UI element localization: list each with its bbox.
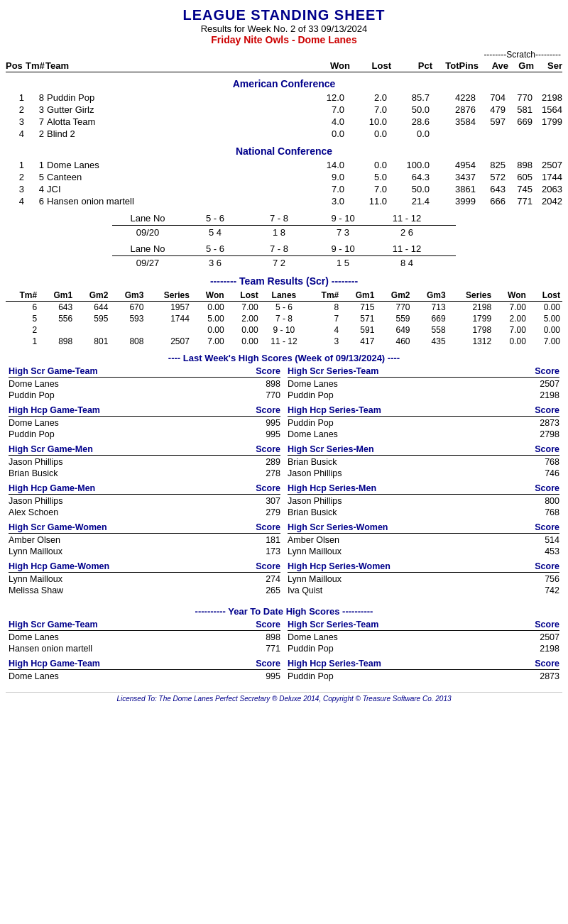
team-lost: 5.0 — [344, 172, 387, 182]
lane-col: 9 - 10 — [311, 243, 375, 254]
team-name: Canteen — [47, 172, 302, 182]
hs-score: 453 — [524, 546, 559, 556]
team-row: 4 2 Blind 2 0.0 0.0 0.0 — [6, 128, 562, 140]
hs-score: 898 — [245, 632, 280, 642]
team-pos: 1 — [6, 160, 27, 170]
hs-entry: Hansen onion martell 771 — [9, 643, 280, 654]
american-conference-title: American Conference — [6, 78, 562, 89]
results-row: 5 556 595 593 1744 5.00 2.00 7 - 8 7 571… — [6, 313, 562, 324]
team-row: 3 7 Alotta Team 4.0 10.0 28.6 3584 597 6… — [6, 116, 562, 128]
hs-entry: Dome Lanes 898 — [9, 632, 280, 643]
hs-header-left: High Hcp Game-Women Score — [9, 561, 280, 573]
team-lost: 7.0 — [344, 104, 387, 115]
team-totpins: 4954 — [430, 160, 476, 170]
team-totpins: 4228 — [430, 92, 476, 103]
col-series: Series — [146, 290, 191, 302]
hs-score-label: Score — [256, 620, 280, 629]
team-lost: 0.0 — [344, 128, 387, 139]
hs-score: 514 — [524, 535, 559, 545]
hs-section-right: High Hcp Series-Men Score Jason Phillips… — [288, 483, 559, 518]
team-ser: 2042 — [532, 196, 562, 207]
hs-header-right: High Hcp Series-Team Score — [288, 659, 559, 670]
team-pct: 85.7 — [387, 92, 430, 103]
team-tm: 3 — [27, 104, 47, 115]
hs-entry: Iva Quist 742 — [288, 585, 559, 596]
lane-header-row: Lane No 5 - 67 - 89 - 1011 - 12 — [6, 213, 562, 224]
team-results-table: Tm# Gm1 Gm2 Gm3 Series Won Lost Lanes Tm… — [6, 290, 562, 347]
team-ser: 1564 — [532, 104, 562, 115]
hs-entry: Puddin Pop 995 — [9, 429, 280, 440]
hs-label: High Scr Game-Women — [9, 522, 107, 532]
team-pct: 28.6 — [387, 116, 430, 127]
hs-score: 2873 — [524, 671, 559, 681]
hs-section-left: High Hcp Game-Men Score Jason Phillips 3… — [9, 483, 280, 518]
team-gm: 770 — [506, 92, 532, 103]
team-pos: 2 — [6, 104, 27, 115]
col-gm3: Gm3 — [110, 290, 146, 302]
last-week-scores: High Scr Game-Team Score Dome Lanes 898 … — [6, 366, 562, 600]
hs-score: 756 — [524, 574, 559, 584]
hs-entry: Jason Phillips 307 — [9, 495, 280, 507]
team-name: JCI — [47, 184, 302, 194]
hs-score: 181 — [245, 535, 280, 545]
results-row: 1 898 801 808 2507 7.00 0.00 11 - 12 3 4… — [6, 336, 562, 347]
hs-score: 898 — [245, 379, 280, 389]
col-pct: Pct — [391, 60, 432, 71]
col-lanes: Lanes — [261, 290, 308, 302]
hs-score: 995 — [245, 429, 280, 439]
team-won: 12.0 — [302, 92, 344, 103]
hs-name: Dome Lanes — [288, 632, 524, 642]
hs-label: High Scr Game-Men — [9, 444, 93, 454]
team-lost: 7.0 — [344, 184, 387, 194]
hs-section-right: High Scr Series-Team Score Dome Lanes 25… — [288, 620, 559, 654]
team-pos: 4 — [6, 196, 27, 207]
hs-label: High Hcp Game-Women — [9, 561, 109, 571]
hs-score: 307 — [245, 496, 280, 506]
team-ave: 572 — [476, 172, 506, 182]
lane-pair: 5 4 — [183, 227, 247, 238]
hs-score-label: Score — [535, 444, 559, 454]
hs-entry: Dome Lanes 2507 — [288, 378, 559, 390]
lane-label: Lane No — [112, 213, 183, 224]
ytd-scores: High Scr Game-Team Score Dome Lanes 898 … — [6, 620, 562, 686]
hs-name: Lynn Mailloux — [9, 546, 245, 556]
hs-name: Puddin Pop — [288, 644, 524, 654]
hs-name: Puddin Pop — [9, 429, 245, 439]
hs-entry: Dome Lanes 2798 — [288, 429, 559, 440]
hs-entry: Jason Phillips 800 — [288, 495, 559, 507]
col-wonb: Won — [493, 290, 528, 302]
lane-data-row: 09/27 3 67 21 58 4 — [6, 258, 562, 268]
team-name: Alotta Team — [47, 116, 302, 127]
team-won: 7.0 — [302, 184, 344, 194]
hs-score: 274 — [245, 574, 280, 584]
lane-pair: 8 4 — [375, 258, 439, 268]
col-gm3b: Gm3 — [413, 290, 448, 302]
ytd-title: ---------- Year To Date High Scores ----… — [6, 606, 562, 617]
lane-col: 11 - 12 — [375, 243, 439, 254]
hs-score-label: Score — [535, 620, 559, 629]
team-ave: 825 — [476, 160, 506, 170]
team-won: 3.0 — [302, 196, 344, 207]
hs-name: Puddin Pop — [9, 390, 245, 400]
hs-header-right: High Scr Series-Men Score — [288, 444, 559, 456]
page-header: LEAGUE STANDING SHEET Results for Week N… — [6, 7, 562, 45]
league-name: Friday Nite Owls - Dome Lanes — [6, 34, 562, 45]
hs-entry: Puddin Pop 770 — [9, 390, 280, 401]
hs-entry: Melissa Shaw 265 — [9, 585, 280, 596]
team-tm: 5 — [27, 172, 47, 182]
hs-name: Dome Lanes — [9, 379, 245, 389]
column-headers: Pos Tm# Team Won Lost Pct TotPins Ave Gm… — [6, 60, 562, 72]
hs-score: 173 — [245, 546, 280, 556]
hs-score-label: Score — [256, 444, 280, 454]
team-totpins: 3584 — [430, 116, 476, 127]
hs-entry: Amber Olsen 514 — [288, 534, 559, 546]
hs-score-label: Score — [256, 659, 280, 669]
team-results-title: -------- Team Results (Scr) -------- — [6, 275, 562, 287]
team-tm: 6 — [27, 196, 47, 207]
hs-score: 742 — [524, 585, 559, 595]
team-tm: 4 — [27, 184, 47, 194]
team-ave: 643 — [476, 184, 506, 194]
lane-date: 09/27 — [112, 258, 183, 268]
team-pos: 4 — [6, 128, 27, 139]
lane-data-row: 09/20 5 41 87 32 6 — [6, 227, 562, 238]
